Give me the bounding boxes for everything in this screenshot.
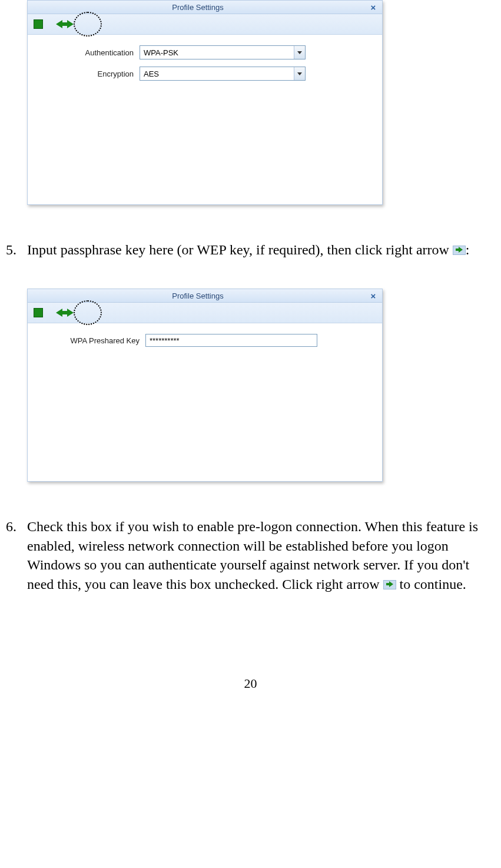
step-5: 5. Input passphrase key here (or WEP key…	[6, 240, 495, 259]
back-arrow-icon[interactable]	[56, 309, 62, 317]
step-text-after: :	[466, 242, 470, 257]
highlight-annotation	[74, 12, 102, 37]
enc-combobox[interactable]: AES	[140, 67, 306, 81]
psk-row: WPA Preshared Key	[39, 334, 370, 347]
close-icon[interactable]: ×	[368, 291, 379, 301]
dropdown-button[interactable]	[294, 46, 305, 59]
page-number: 20	[6, 676, 495, 691]
step-number: 6.	[6, 517, 16, 536]
chevron-down-icon	[297, 51, 302, 54]
dialog-body: Authentication WPA-PSK Encryption AES	[28, 35, 382, 204]
dropdown-button[interactable]	[294, 67, 305, 80]
dialog-titlebar: Profile Settings ×	[28, 289, 382, 303]
step-text-before: Input passphrase key here (or WEP key, i…	[27, 242, 453, 257]
highlight-annotation	[74, 300, 102, 325]
dialog-titlebar: Profile Settings ×	[28, 1, 382, 14]
chevron-down-icon	[297, 72, 302, 75]
auth-value: WPA-PSK	[140, 48, 294, 57]
step-number: 5.	[6, 240, 16, 259]
enc-row: Encryption AES	[39, 67, 370, 81]
step-text-after: to continue.	[400, 577, 466, 592]
auth-row: Authentication WPA-PSK	[39, 45, 370, 59]
profile-settings-dialog-auth: Profile Settings × Authentication WPA-PS…	[27, 0, 383, 205]
forward-arrow-icon[interactable]	[67, 20, 74, 28]
forward-arrow-inline-icon	[453, 246, 466, 255]
enc-value: AES	[140, 69, 294, 78]
dialog-toolbar	[28, 14, 382, 35]
auth-label: Authentication	[39, 48, 140, 57]
dialog-body: WPA Preshared Key	[28, 323, 382, 481]
psk-input[interactable]	[145, 334, 317, 347]
dialog-title: Profile Settings	[28, 291, 368, 300]
forward-arrow-inline-icon	[383, 580, 396, 589]
profile-settings-dialog-psk: Profile Settings × WPA Preshared Key	[27, 289, 383, 482]
dialog-title: Profile Settings	[28, 3, 368, 12]
step-6: 6. Check this box if you wish to enable …	[6, 517, 495, 594]
stop-icon[interactable]	[34, 308, 43, 317]
stop-icon[interactable]	[34, 19, 43, 29]
dialog-toolbar	[28, 303, 382, 323]
psk-label: WPA Preshared Key	[39, 336, 145, 345]
auth-combobox[interactable]: WPA-PSK	[140, 45, 306, 59]
enc-label: Encryption	[39, 69, 140, 78]
forward-arrow-icon[interactable]	[67, 309, 74, 317]
close-icon[interactable]: ×	[368, 2, 379, 12]
back-arrow-icon[interactable]	[56, 20, 62, 28]
